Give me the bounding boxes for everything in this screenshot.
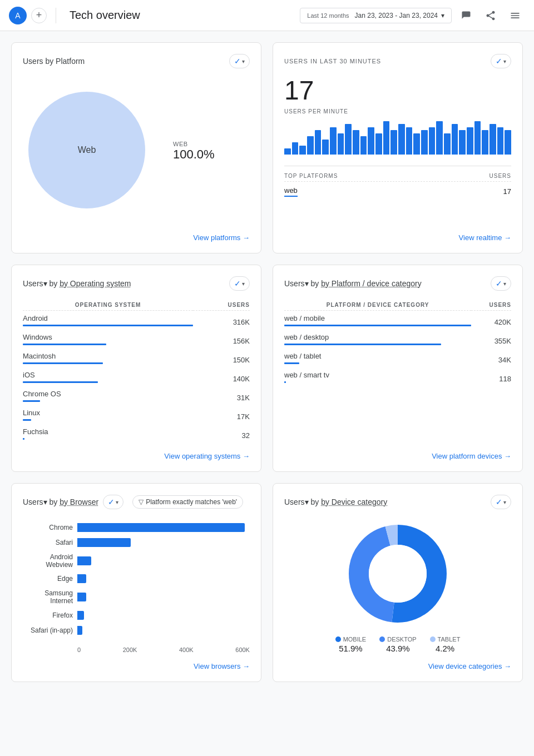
device-card-header: Users▾ by by Device category ✓ ▾ [284, 495, 511, 509]
view-pd-link[interactable]: View platform devices → [284, 443, 511, 460]
view-browsers-link[interactable]: View browsers → [23, 653, 250, 670]
os-name: Linux [23, 409, 193, 417]
chevron-icon: ▾ [242, 58, 245, 64]
os-bar [23, 438, 24, 440]
row-3: Users▾ by by Browser ✓ ▾ ▽ Platform exac… [11, 483, 523, 682]
users-by-device-card: Users▾ by by Device category ✓ ▾ [273, 483, 523, 682]
x-label-200k: 200K [123, 646, 137, 653]
browser-bar-wrap [77, 574, 250, 583]
date-range-button[interactable]: Last 12 months Jan 23, 2023 - Jan 23, 20… [300, 8, 452, 23]
browser-card-title: Users▾ by by Browser [23, 498, 98, 506]
bar-mini [383, 121, 390, 155]
os-bar [23, 419, 31, 421]
device-card-title: Users▾ by by Device category [284, 498, 387, 506]
row-2: Users▾ by by Operating system ✓ ▾ OPERAT… [11, 265, 523, 472]
pd-bar [284, 344, 441, 345]
browser-row: Edge [23, 574, 250, 583]
pie-content: Web WEB 100.0% [23, 77, 250, 225]
pie-chart: Web [23, 86, 151, 216]
realtime-table-header: TOP PLATFORMS USERS [284, 171, 511, 182]
os-check-button[interactable]: ✓ ▾ [229, 276, 250, 291]
add-button[interactable]: + [31, 8, 47, 23]
browser-bar [77, 538, 131, 547]
browser-bar-wrap [77, 538, 250, 547]
table-row: Chrome OS 31K [23, 386, 250, 405]
browser-row: Safari (in-app) [23, 626, 250, 635]
donut-chart-svg [342, 518, 453, 629]
browser-label: Safari (in-app) [23, 626, 73, 634]
bar-mini [345, 124, 352, 155]
browser-filter-badge[interactable]: ▽ Platform exactly matches 'web' [132, 495, 243, 509]
compare-icon[interactable] [456, 6, 476, 26]
check-icon-os: ✓ [234, 279, 241, 288]
browser-check-button[interactable]: ✓ ▾ [103, 495, 123, 509]
os-users-val: 156K [193, 330, 250, 349]
os-card-header: Users▾ by by Operating system ✓ ▾ [23, 276, 250, 291]
browser-label: Firefox [23, 611, 73, 619]
pd-check-button[interactable]: ✓ ▾ [491, 276, 511, 291]
pd-users-val: 420K [471, 311, 511, 330]
pd-bar [284, 381, 286, 383]
view-platforms-link[interactable]: View platforms → [23, 225, 250, 242]
device-check-button[interactable]: ✓ ▾ [491, 495, 511, 509]
bar-mini [474, 121, 481, 155]
filter-icon: ▽ [139, 498, 144, 506]
chevron-icon-browser: ▾ [116, 499, 118, 505]
browser-bar [77, 626, 82, 635]
table-row: web / tablet 34K [284, 349, 511, 367]
os-title-main: by Operating system [60, 279, 131, 288]
realtime-title: USERS IN LAST 30 MINUTES [284, 58, 381, 64]
bar-mini [292, 142, 299, 155]
settings-icon[interactable] [505, 6, 525, 26]
browser-bar-wrap [77, 523, 250, 532]
browser-bar [77, 574, 86, 583]
bar-mini [436, 121, 443, 155]
bar-mini [375, 133, 382, 155]
browser-label: Samsung Internet [23, 589, 73, 605]
donut-legend-pct: 4.2% [436, 644, 454, 653]
browser-bar-chart: Chrome Safari Android Webview Edge Samsu… [23, 523, 250, 640]
bar-mini [299, 146, 306, 155]
bar-mini [322, 140, 329, 155]
platform-title-text: Users by Platform [23, 57, 85, 66]
bar-mini [482, 130, 488, 155]
chevron-icon-pd: ▾ [503, 281, 506, 287]
bar-mini [413, 133, 420, 155]
pie-legend-label: WEB [173, 141, 215, 147]
pd-title-main: by Platform / device category [321, 279, 422, 288]
os-table: OPERATING SYSTEM USERS Android 316K Wind… [23, 300, 250, 443]
svg-text:Web: Web [78, 145, 96, 155]
view-realtime-link[interactable]: View realtime → [284, 225, 511, 242]
realtime-check-button[interactable]: ✓ ▾ [491, 54, 511, 68]
bar-mini [390, 130, 397, 155]
donut-legend: MOBILE 51.9% DESKTOP 43.9% TABLET 4.2% [284, 636, 511, 653]
realtime-count: 17 [284, 77, 511, 104]
os-users-val: 316K [193, 311, 250, 330]
bar-mini [353, 130, 359, 155]
platform-check-button[interactable]: ✓ ▾ [229, 54, 250, 68]
os-name: Macintosh [23, 352, 193, 360]
page-title: Tech overview [70, 9, 300, 22]
share-icon[interactable] [481, 6, 501, 26]
view-os-link[interactable]: View operating systems → [23, 443, 250, 460]
pd-bar [284, 362, 299, 364]
donut-chart-wrapper [284, 518, 511, 629]
browser-row: Samsung Internet [23, 589, 250, 605]
main-content: Users by Platform ✓ ▾ Web WEB 100.0% [0, 31, 534, 693]
donut-dot [335, 636, 341, 642]
chevron-icon-realtime: ▾ [503, 58, 506, 64]
card-header-platform: Users by Platform ✓ ▾ [23, 54, 250, 68]
bar-mini [406, 127, 413, 155]
pd-platform-name: web / mobile [284, 314, 471, 322]
pd-users-val: 118 [471, 367, 511, 386]
pie-legend: WEB 100.0% [173, 141, 215, 162]
table-row: Windows 156K [23, 330, 250, 349]
browser-bar-wrap [77, 611, 250, 620]
pd-platform-name: web / smart tv [284, 371, 471, 379]
bar-mini [467, 127, 473, 155]
os-name: Fuchsia [23, 427, 193, 436]
view-device-categories-link[interactable]: View device categories → [284, 653, 511, 670]
pd-users-header: USERS [471, 300, 511, 311]
bar-mini [497, 127, 504, 155]
pd-bar [284, 325, 471, 326]
